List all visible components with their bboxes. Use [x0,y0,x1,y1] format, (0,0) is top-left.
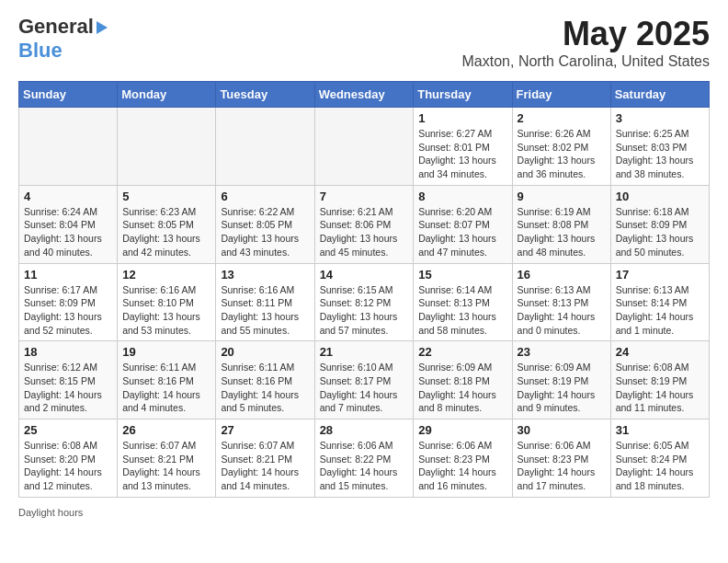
day-detail: Sunrise: 6:11 AM Sunset: 8:16 PM Dayligh… [122,361,210,415]
day-number: 22 [418,345,506,359]
day-number: 2 [518,111,606,125]
calendar-cell: 20Sunrise: 6:11 AM Sunset: 8:16 PM Dayli… [216,341,314,419]
logo-arrow-icon [97,21,108,34]
day-number: 20 [221,345,309,359]
day-number: 28 [320,423,409,437]
calendar-header-row: SundayMondayTuesdayWednesdayThursdayFrid… [19,82,710,108]
footer: Daylight hours [18,507,710,518]
day-number: 14 [320,268,409,282]
day-detail: Sunrise: 6:07 AM Sunset: 8:21 PM Dayligh… [122,439,210,493]
page-header: General Blue May 2025 Maxton, North Caro… [18,15,710,70]
day-detail: Sunrise: 6:16 AM Sunset: 8:10 PM Dayligh… [122,283,210,338]
calendar-cell: 13Sunrise: 6:16 AM Sunset: 8:11 PM Dayli… [216,263,314,341]
day-number: 25 [24,423,112,437]
calendar-week-1: 1Sunrise: 6:27 AM Sunset: 8:01 PM Daylig… [19,108,710,186]
day-number: 10 [616,190,704,203]
calendar-cell: 27Sunrise: 6:07 AM Sunset: 8:21 PM Dayli… [216,419,314,498]
day-detail: Sunrise: 6:13 AM Sunset: 8:14 PM Dayligh… [616,283,704,338]
day-number: 8 [418,190,506,203]
calendar-cell: 16Sunrise: 6:13 AM Sunset: 8:13 PM Dayli… [512,263,610,341]
daylight-label: Daylight hours [18,507,83,518]
day-number: 19 [122,345,210,359]
calendar-cell: 26Sunrise: 6:07 AM Sunset: 8:21 PM Dayli… [118,419,216,498]
calendar-title: May 2025 [462,15,710,53]
day-detail: Sunrise: 6:13 AM Sunset: 8:13 PM Dayligh… [518,283,606,338]
calendar-cell: 3Sunrise: 6:25 AM Sunset: 8:03 PM Daylig… [610,108,709,186]
calendar-cell: 22Sunrise: 6:09 AM Sunset: 8:18 PM Dayli… [414,341,512,419]
day-number: 7 [320,190,409,203]
calendar-cell: 9Sunrise: 6:19 AM Sunset: 8:08 PM Daylig… [512,185,610,263]
day-number: 6 [221,190,309,203]
calendar-table: SundayMondayTuesdayWednesdayThursdayFrid… [18,81,710,498]
calendar-cell: 4Sunrise: 6:24 AM Sunset: 8:04 PM Daylig… [19,185,118,263]
day-number: 29 [418,423,506,437]
day-number: 17 [616,268,704,282]
day-detail: Sunrise: 6:07 AM Sunset: 8:21 PM Dayligh… [221,439,309,493]
calendar-cell: 18Sunrise: 6:12 AM Sunset: 8:15 PM Dayli… [19,341,118,419]
logo: General Blue [18,15,108,63]
day-detail: Sunrise: 6:24 AM Sunset: 8:04 PM Dayligh… [24,205,112,259]
calendar-cell: 8Sunrise: 6:20 AM Sunset: 8:07 PM Daylig… [414,185,512,263]
calendar-cell [19,108,118,186]
day-detail: Sunrise: 6:08 AM Sunset: 8:19 PM Dayligh… [616,361,704,415]
calendar-cell [118,108,216,186]
calendar-cell: 24Sunrise: 6:08 AM Sunset: 8:19 PM Dayli… [610,341,709,419]
calendar-cell: 5Sunrise: 6:23 AM Sunset: 8:05 PM Daylig… [118,185,216,263]
day-detail: Sunrise: 6:19 AM Sunset: 8:08 PM Dayligh… [518,205,606,259]
calendar-cell: 7Sunrise: 6:21 AM Sunset: 8:06 PM Daylig… [314,185,414,263]
day-detail: Sunrise: 6:06 AM Sunset: 8:23 PM Dayligh… [418,439,506,493]
day-detail: Sunrise: 6:05 AM Sunset: 8:24 PM Dayligh… [616,439,704,493]
day-detail: Sunrise: 6:18 AM Sunset: 8:09 PM Dayligh… [616,205,704,259]
calendar-cell: 25Sunrise: 6:08 AM Sunset: 8:20 PM Dayli… [19,419,118,498]
day-number: 4 [24,190,112,203]
day-number: 27 [221,423,309,437]
calendar-cell: 29Sunrise: 6:06 AM Sunset: 8:23 PM Dayli… [414,419,512,498]
day-detail: Sunrise: 6:06 AM Sunset: 8:23 PM Dayligh… [518,439,606,493]
day-detail: Sunrise: 6:27 AM Sunset: 8:01 PM Dayligh… [418,127,506,181]
calendar-cell: 11Sunrise: 6:17 AM Sunset: 8:09 PM Dayli… [19,263,118,341]
day-detail: Sunrise: 6:21 AM Sunset: 8:06 PM Dayligh… [320,205,409,259]
day-detail: Sunrise: 6:09 AM Sunset: 8:18 PM Dayligh… [418,361,506,415]
weekday-header-thursday: Thursday [414,82,512,108]
day-detail: Sunrise: 6:06 AM Sunset: 8:22 PM Dayligh… [320,439,409,493]
calendar-cell: 6Sunrise: 6:22 AM Sunset: 8:05 PM Daylig… [216,185,314,263]
day-detail: Sunrise: 6:09 AM Sunset: 8:19 PM Dayligh… [518,361,606,415]
day-detail: Sunrise: 6:17 AM Sunset: 8:09 PM Dayligh… [24,283,112,338]
day-detail: Sunrise: 6:14 AM Sunset: 8:13 PM Dayligh… [418,283,506,338]
logo-text: General [18,15,108,39]
day-number: 31 [616,423,704,437]
calendar-cell: 17Sunrise: 6:13 AM Sunset: 8:14 PM Dayli… [610,263,709,341]
calendar-location: Maxton, North Carolina, United States [462,53,710,70]
day-detail: Sunrise: 6:22 AM Sunset: 8:05 PM Dayligh… [221,205,309,259]
day-number: 9 [518,190,606,203]
day-detail: Sunrise: 6:10 AM Sunset: 8:17 PM Dayligh… [320,361,409,415]
day-number: 16 [518,268,606,282]
calendar-cell: 2Sunrise: 6:26 AM Sunset: 8:02 PM Daylig… [512,108,610,186]
weekday-header-monday: Monday [118,82,216,108]
day-detail: Sunrise: 6:23 AM Sunset: 8:05 PM Dayligh… [122,205,210,259]
day-detail: Sunrise: 6:08 AM Sunset: 8:20 PM Dayligh… [24,439,112,493]
day-number: 30 [518,423,606,437]
calendar-cell: 23Sunrise: 6:09 AM Sunset: 8:19 PM Dayli… [512,341,610,419]
day-number: 12 [122,268,210,282]
calendar-cell [314,108,414,186]
weekday-header-tuesday: Tuesday [216,82,314,108]
day-number: 11 [24,268,112,282]
day-detail: Sunrise: 6:11 AM Sunset: 8:16 PM Dayligh… [221,361,309,415]
day-number: 15 [418,268,506,282]
calendar-week-2: 4Sunrise: 6:24 AM Sunset: 8:04 PM Daylig… [19,185,710,263]
weekday-header-wednesday: Wednesday [314,82,414,108]
day-number: 23 [518,345,606,359]
day-number: 18 [24,345,112,359]
weekday-header-friday: Friday [512,82,610,108]
logo-general: General [18,15,94,38]
calendar-week-3: 11Sunrise: 6:17 AM Sunset: 8:09 PM Dayli… [19,263,710,341]
calendar-cell: 30Sunrise: 6:06 AM Sunset: 8:23 PM Dayli… [512,419,610,498]
calendar-cell: 1Sunrise: 6:27 AM Sunset: 8:01 PM Daylig… [414,108,512,186]
calendar-cell: 10Sunrise: 6:18 AM Sunset: 8:09 PM Dayli… [610,185,709,263]
day-detail: Sunrise: 6:12 AM Sunset: 8:15 PM Dayligh… [24,361,112,415]
calendar-week-5: 25Sunrise: 6:08 AM Sunset: 8:20 PM Dayli… [19,419,710,498]
calendar-cell: 31Sunrise: 6:05 AM Sunset: 8:24 PM Dayli… [610,419,709,498]
day-number: 26 [122,423,210,437]
calendar-cell: 12Sunrise: 6:16 AM Sunset: 8:10 PM Dayli… [118,263,216,341]
